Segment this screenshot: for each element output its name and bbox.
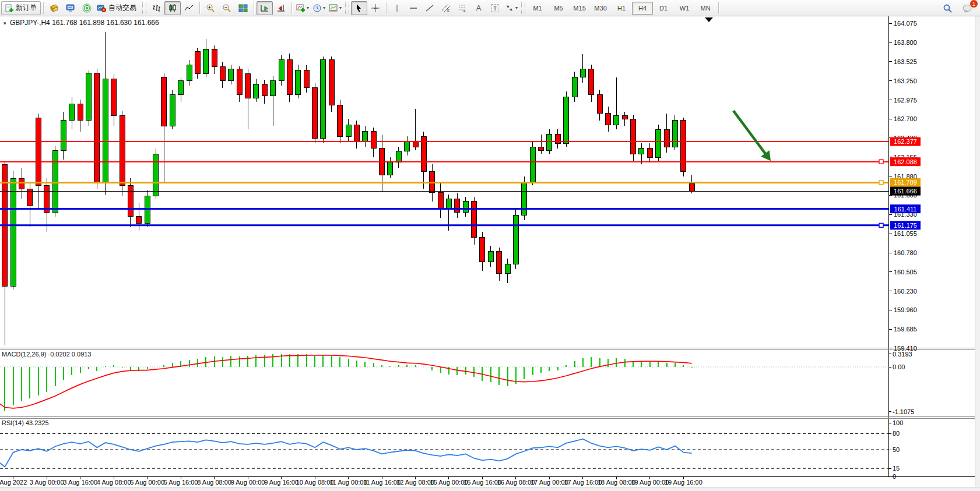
templates-button[interactable]: ▾: [327, 1, 343, 15]
candle[interactable]: [187, 65, 192, 81]
bar-chart-button[interactable]: [148, 1, 164, 15]
tf-w1-button[interactable]: W1: [674, 2, 695, 15]
candle[interactable]: [271, 81, 276, 96]
candle[interactable]: [346, 125, 351, 136]
zoom-out-button[interactable]: [219, 1, 235, 15]
candle[interactable]: [505, 264, 510, 274]
candle[interactable]: [539, 147, 544, 150]
indicators-button[interactable]: ▾: [294, 1, 311, 15]
candle[interactable]: [639, 149, 644, 154]
candle[interactable]: [312, 88, 318, 139]
candle[interactable]: [161, 77, 167, 126]
candle[interactable]: [488, 252, 493, 262]
notifications-button[interactable]: 1: [959, 1, 975, 15]
candle[interactable]: [672, 121, 677, 147]
candle[interactable]: [647, 149, 652, 158]
candle[interactable]: [245, 74, 251, 98]
candle[interactable]: [413, 142, 418, 147]
autotrading-button[interactable]: 自动交易: [95, 1, 140, 15]
candle[interactable]: [321, 60, 326, 139]
candle[interactable]: [296, 70, 301, 95]
candle[interactable]: [572, 77, 577, 97]
candle[interactable]: [580, 69, 585, 77]
candle[interactable]: [178, 81, 184, 95]
candle[interactable]: [78, 104, 83, 121]
candle[interactable]: [522, 182, 527, 215]
candle[interactable]: [61, 121, 66, 150]
horizontal-line-button[interactable]: [405, 1, 421, 15]
candle[interactable]: [229, 69, 234, 80]
candle[interactable]: [120, 115, 125, 185]
signals-button[interactable]: [79, 1, 95, 15]
candle[interactable]: [388, 163, 393, 175]
candle[interactable]: [203, 50, 209, 74]
candle[interactable]: [220, 67, 225, 81]
candle[interactable]: [622, 115, 627, 119]
fibonacci-button[interactable]: F: [454, 1, 470, 15]
vertical-line-button[interactable]: [389, 1, 405, 15]
candle[interactable]: [438, 192, 443, 210]
line-chart-button[interactable]: [181, 1, 197, 15]
new-order-button[interactable]: 新订单: [1, 1, 41, 15]
candle[interactable]: [513, 215, 518, 264]
chart-area[interactable]: 164.075163.800163.525163.250162.975162.7…: [0, 16, 980, 491]
candle[interactable]: [69, 104, 75, 121]
level-marker[interactable]: [879, 160, 883, 164]
candle[interactable]: [597, 95, 602, 114]
candle[interactable]: [329, 60, 334, 105]
candle[interactable]: [212, 50, 217, 67]
candle[interactable]: [136, 217, 142, 224]
chart-shift-button[interactable]: [273, 1, 289, 15]
price-chart[interactable]: 164.075163.800163.525163.250162.975162.7…: [0, 16, 980, 491]
candle[interactable]: [371, 132, 376, 149]
candle[interactable]: [472, 202, 477, 238]
auto-scroll-button[interactable]: [257, 1, 273, 15]
candle[interactable]: [689, 184, 694, 191]
tf-m1-button[interactable]: M1: [527, 2, 548, 15]
market-watch-button[interactable]: [46, 1, 62, 15]
trendline-button[interactable]: [421, 1, 438, 15]
trend-arrow-annotation[interactable]: [733, 111, 768, 157]
chart-shift-marker[interactable]: [705, 17, 713, 22]
crosshair-button[interactable]: [367, 1, 384, 15]
periods-button[interactable]: ▾: [311, 1, 327, 15]
tf-h4-button[interactable]: H4: [632, 2, 653, 15]
candle[interactable]: [279, 60, 284, 81]
candle[interactable]: [103, 79, 108, 183]
level-marker[interactable]: [879, 223, 883, 227]
candle[interactable]: [480, 238, 485, 262]
candle[interactable]: [547, 135, 552, 151]
candle[interactable]: [111, 79, 117, 115]
candle[interactable]: [304, 70, 309, 88]
tf-m5-button[interactable]: M5: [548, 2, 569, 15]
candle[interactable]: [405, 142, 410, 151]
tf-h1-button[interactable]: H1: [611, 2, 632, 15]
text-button[interactable]: A: [470, 1, 487, 15]
candle[interactable]: [606, 114, 611, 125]
candle[interactable]: [153, 154, 159, 196]
tf-mn-button[interactable]: MN: [695, 2, 716, 15]
candle[interactable]: [614, 115, 619, 125]
candle[interactable]: [681, 121, 686, 171]
cursor-button[interactable]: [351, 1, 367, 15]
search-button[interactable]: [939, 1, 956, 15]
tf-d1-button[interactable]: D1: [653, 2, 674, 15]
tf-m15-button[interactable]: M15: [569, 2, 590, 15]
candle[interactable]: [463, 202, 468, 213]
candle[interactable]: [170, 95, 175, 126]
candle[interactable]: [530, 147, 535, 182]
candle[interactable]: [254, 84, 259, 98]
candle[interactable]: [86, 73, 92, 121]
candle[interactable]: [497, 252, 502, 274]
candle[interactable]: [237, 69, 242, 94]
candle[interactable]: [363, 132, 368, 142]
candle[interactable]: [195, 51, 200, 73]
candle[interactable]: [664, 129, 669, 147]
equidistant-channel-button[interactable]: E: [438, 1, 454, 15]
candle[interactable]: [19, 178, 24, 189]
candle[interactable]: [354, 125, 359, 142]
candle[interactable]: [455, 199, 460, 213]
candle[interactable]: [262, 84, 267, 96]
candle[interactable]: [128, 185, 133, 217]
candle[interactable]: [94, 73, 100, 183]
